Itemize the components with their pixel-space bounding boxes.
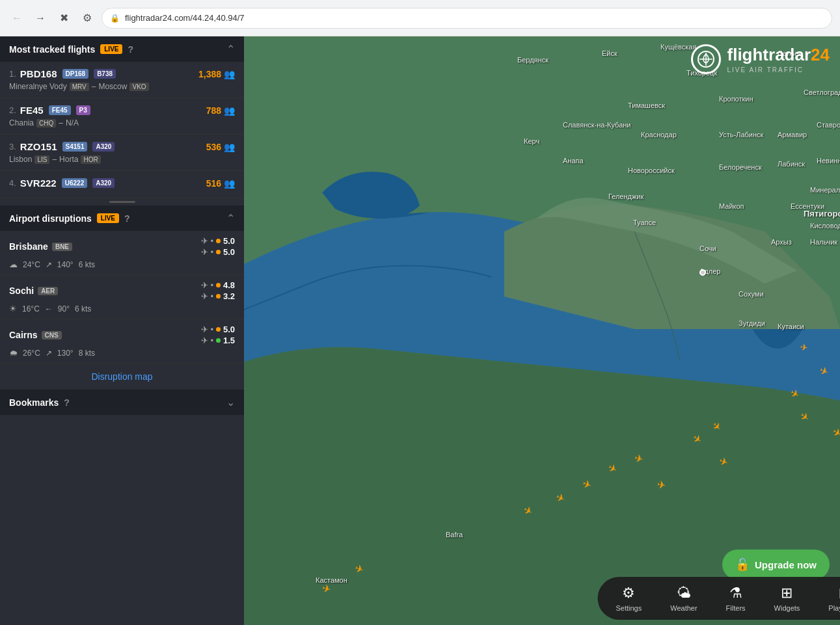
bookmarks-info-icon[interactable]: ? (64, 397, 70, 408)
flight-4-badge1: U6222 (62, 178, 87, 188)
airport-sochi-weather: ☀ 16°C ← 90° 6 kts (9, 304, 235, 313)
flight-item-1[interactable]: 1. PBD168 DP168 B738 1,388 👥 Mineralnye … (0, 62, 244, 98)
toolbar-filters[interactable]: ⚗ Filters (713, 579, 759, 617)
upgrade-button[interactable]: 🔓 Upgrade now (722, 550, 830, 579)
flight-item-4[interactable]: 4. SVR222 U6222 A320 516 👥 (0, 171, 244, 198)
flight-2-badge2: P3 (76, 105, 90, 115)
weather-icon: 🌤 (677, 585, 691, 602)
scroll-indicator (0, 198, 244, 206)
flight-1-badge1: DP168 (62, 69, 89, 79)
reload-button[interactable]: ✖ (55, 9, 73, 27)
toolbar-widgets[interactable]: ⊞ Widgets (761, 579, 813, 617)
filters-icon: ⚗ (729, 585, 742, 602)
most-tracked-info-icon[interactable]: ? (128, 44, 133, 55)
logo-text: flightradar24 LIVE AIR TRAFFIC (727, 45, 830, 73)
most-tracked-live-badge: LIVE (100, 44, 122, 54)
airport-item-brisbane[interactable]: Brisbane BNE ✈ • 5.0 ✈ • 5.0 (0, 231, 244, 275)
flight-3-badge2: A320 (92, 142, 115, 152)
flight-3-route: Lisbon LIS – Horta HOR (9, 155, 235, 164)
logo-icon (691, 44, 721, 74)
upgrade-icon: 🔓 (735, 557, 750, 572)
flightradar-logo: flightradar24 LIVE AIR TRAFFIC (691, 44, 830, 74)
flight-2-callsign: FE45 (20, 105, 44, 116)
map-area[interactable]: Бердянск Ейск Кущёвская Сальск Тихорецк … (244, 36, 840, 625)
flight-2-route: Chania CHQ – N/A (9, 118, 235, 127)
settings-label: Settings (616, 604, 642, 612)
upgrade-label: Upgrade now (755, 559, 817, 570)
airport-disruptions-title: Airport disruptions LIVE ? (9, 213, 130, 224)
extensions-button[interactable]: ⚙ (78, 9, 96, 27)
flight-1-badge2: B738 (94, 69, 116, 79)
flight-2-count: 788 👥 (206, 105, 235, 116)
weather-label: Weather (670, 604, 697, 612)
left-panel: Most tracked flights LIVE ? ⌃ 1. PBD168 … (0, 36, 244, 625)
flight-4-rank: 4. (9, 178, 16, 188)
flight-3-badge1: S4151 (62, 142, 88, 152)
airport-disruptions-info-icon[interactable]: ? (124, 213, 130, 224)
flight-2-rank: 2. (9, 105, 16, 115)
widgets-icon: ⊞ (781, 585, 793, 602)
airport-disruptions-collapse-icon[interactable]: ⌃ (226, 212, 235, 224)
flight-item-3[interactable]: 3. RZO151 S4151 A320 536 👥 Lisbon LIS – … (0, 135, 244, 171)
most-tracked-title: Most tracked flights LIVE ? (9, 44, 133, 55)
airport-item-sochi[interactable]: Sochi AER ✈ • 4.8 ✈ • 3.2 (0, 275, 244, 319)
airport-cairns-name: Cairns CNS (9, 330, 62, 340)
toolbar-playback[interactable]: ⏵ Playback (815, 579, 840, 617)
airport-sochi-scores: ✈ • 4.8 ✈ • 3.2 (201, 280, 235, 301)
airport-brisbane-scores: ✈ • 5.0 ✈ • 5.0 (201, 236, 235, 257)
playback-icon: ⏵ (836, 585, 840, 602)
flight-1-callsign: PBD168 (20, 68, 57, 79)
back-button[interactable]: ← (8, 9, 26, 27)
url-text: flightradar24.com/44.24,40.94/7 (125, 13, 245, 23)
logo-subtitle: LIVE AIR TRAFFIC (727, 66, 830, 73)
flight-2-badge1: FE45 (49, 105, 71, 115)
flight-3-rank: 3. (9, 142, 16, 152)
toolbar-weather[interactable]: 🌤 Weather (657, 579, 710, 617)
bookmarks-label: Bookmarks (9, 397, 59, 408)
airport-sochi-name: Sochi AER (9, 286, 58, 296)
widgets-label: Widgets (774, 604, 800, 612)
bottom-toolbar: ⚙ Settings 🌤 Weather ⚗ Filters ⊞ Widgets… (597, 577, 840, 620)
forward-button[interactable]: → (31, 9, 49, 27)
scroll-bar (109, 201, 135, 203)
bookmarks-header: Bookmarks ? ⌄ (0, 390, 244, 415)
flight-4-count: 516 👥 (206, 178, 235, 189)
flight-3-count: 536 👥 (206, 142, 235, 152)
airport-brisbane-name: Brisbane BNE (9, 241, 72, 252)
settings-icon: ⚙ (622, 585, 635, 602)
flight-1-rank: 1. (9, 69, 16, 79)
airport-item-cairns[interactable]: Cairns CNS ✈ • 5.0 ✈ • 1.5 (0, 319, 244, 364)
flight-3-callsign: RZO151 (20, 141, 57, 152)
playback-label: Playback (828, 604, 840, 612)
flight-4-callsign: SVR222 (20, 178, 57, 189)
airport-disruptions-live-badge: LIVE (97, 213, 119, 223)
flight-item-2[interactable]: 2. FE45 FE45 P3 788 👥 Chania CHQ – N/A (0, 98, 244, 135)
sochi-airport-pin (699, 269, 706, 276)
flight-4-badge2: A320 (92, 178, 115, 188)
app-container: Most tracked flights LIVE ? ⌃ 1. PBD168 … (0, 36, 840, 625)
filters-label: Filters (726, 604, 746, 612)
airport-cairns-scores: ✈ • 5.0 ✈ • 1.5 (201, 325, 235, 345)
airport-cairns-weather: 🌧 26°C ↗ 130° 8 kts (9, 348, 235, 358)
most-tracked-label: Most tracked flights (9, 44, 95, 55)
browser-chrome: ← → ✖ ⚙ 🔒 flightradar24.com/44.24,40.94/… (0, 0, 840, 36)
most-tracked-header: Most tracked flights LIVE ? ⌃ (0, 36, 244, 62)
map-svg (244, 36, 840, 625)
airport-disruptions-label: Airport disruptions (9, 213, 92, 224)
most-tracked-collapse-icon[interactable]: ⌃ (226, 43, 235, 55)
address-bar[interactable]: 🔒 flightradar24.com/44.24,40.94/7 (102, 8, 832, 29)
bookmarks-expand-icon[interactable]: ⌄ (226, 396, 235, 408)
flight-1-count: 1,388 👥 (198, 69, 235, 79)
toolbar-settings[interactable]: ⚙ Settings (603, 579, 655, 617)
flight-1-route: Mineralnye Vody MRV – Moscow VKO (9, 82, 235, 91)
bookmarks-title: Bookmarks ? (9, 397, 70, 408)
disruption-map-link[interactable]: Disruption map (0, 364, 244, 390)
airport-disruptions-header: Airport disruptions LIVE ? ⌃ (0, 206, 244, 231)
airport-brisbane-weather: ☁ 24°C ↗ 140° 6 kts (9, 259, 235, 269)
